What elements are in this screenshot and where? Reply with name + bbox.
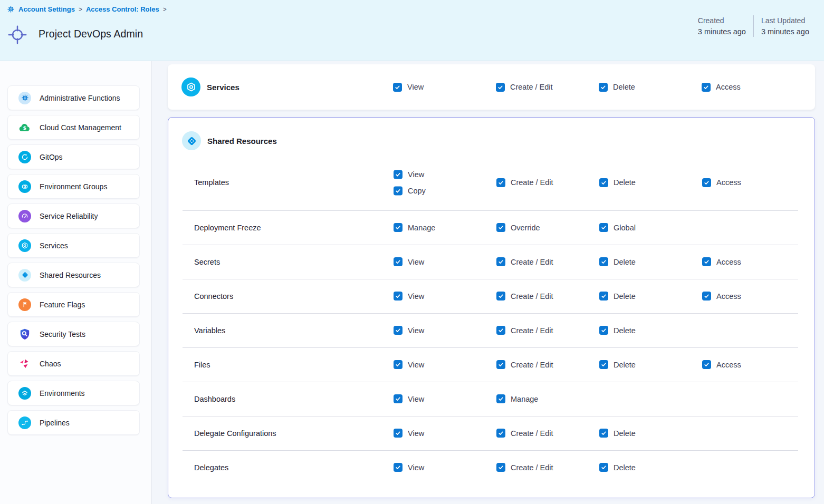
permission-cell: View (394, 256, 424, 268)
checkbox-label: Delete (614, 292, 636, 301)
permission-cell: Access (702, 81, 741, 93)
checkbox-view[interactable] (394, 360, 403, 369)
checkbox-delete[interactable] (599, 178, 608, 187)
sidebar-item-service-reliability[interactable]: Service Reliability (7, 203, 140, 228)
permission-cell: Manage (394, 222, 435, 234)
checkbox-label: Manage (408, 224, 435, 232)
sidebar-item-label: GitOps (40, 153, 63, 161)
checkbox-label: Delete (614, 463, 636, 472)
sidebar-item-chaos[interactable]: Chaos (7, 351, 140, 376)
checkbox-view[interactable] (393, 83, 402, 92)
checkbox-label: View (408, 292, 424, 301)
checkbox-create-edit[interactable] (496, 429, 505, 438)
permission-cell: View (394, 359, 424, 371)
sidebar-item-feature-flags[interactable]: Feature Flags (7, 292, 140, 317)
checkbox-override[interactable] (496, 223, 505, 232)
sidebar-item-environments[interactable]: Environments (7, 381, 140, 405)
permission-cell: View (394, 290, 424, 302)
checkbox-label: View (407, 83, 424, 91)
permission-cell: Create / Edit (496, 81, 553, 93)
checkbox-view[interactable] (394, 292, 403, 301)
permission-cell: View (394, 462, 424, 473)
meta-info: Created 3 minutes ago Last Updated 3 min… (691, 15, 817, 37)
checkbox-access[interactable] (702, 292, 711, 301)
checkbox-create-edit[interactable] (496, 326, 505, 335)
permission-cell: Delete (599, 462, 636, 473)
checkbox-delete[interactable] (599, 257, 608, 266)
checkbox-delete[interactable] (599, 463, 608, 472)
admin-functions-icon (18, 92, 31, 104)
created-meta: Created 3 minutes ago (691, 15, 753, 37)
permission-cell: Create / Edit (496, 290, 553, 302)
checkbox-view[interactable] (394, 463, 403, 472)
breadcrumb-link-account-settings[interactable]: Account Settings (18, 5, 75, 13)
checkbox-create-edit[interactable] (496, 257, 505, 266)
permission-cell: ViewCopy (394, 169, 426, 197)
checkbox-label: Delete (614, 429, 636, 438)
checkbox-label: Access (716, 361, 741, 369)
sidebar-item-label: Environment Groups (40, 182, 107, 191)
permission-cell: Access (702, 177, 741, 188)
sidebar-item-services[interactable]: Services (7, 233, 140, 258)
sidebar-item-administrative-functions[interactable]: Administrative Functions (7, 85, 140, 110)
page-header: Account Settings>Access Control: Roles> … (0, 0, 824, 61)
sidebar-item-cloud-cost-management[interactable]: $Cloud Cost Management (7, 115, 140, 140)
checkbox-view[interactable] (394, 326, 403, 335)
permission-cell: Override (496, 222, 540, 234)
checkbox-label: Access (716, 83, 741, 91)
checkbox-label: Create / Edit (511, 429, 553, 438)
sidebar-item-environment-groups[interactable]: Environment Groups (7, 174, 140, 199)
breadcrumb-link-access-control-roles[interactable]: Access Control: Roles (86, 5, 159, 13)
permission-cell: View (394, 325, 424, 336)
checkbox-manage[interactable] (496, 394, 505, 403)
checkbox-label: View (408, 326, 424, 335)
permission-row-secrets: SecretsViewCreate / EditDeleteAccess (168, 245, 815, 279)
checkbox-view[interactable] (394, 170, 403, 179)
checkbox-create-edit[interactable] (496, 360, 505, 369)
page-title: Project DevOps Admin (39, 28, 143, 40)
checkbox-access[interactable] (702, 83, 711, 92)
sidebar-item-label: Feature Flags (40, 301, 85, 309)
checkbox-delete[interactable] (599, 292, 608, 301)
checkbox-label: Delete (614, 326, 636, 335)
sidebar-item-gitops[interactable]: GitOps (7, 144, 140, 169)
checkbox-label: Manage (511, 395, 538, 403)
checkbox-manage[interactable] (394, 223, 403, 232)
sidebar-item-label: Service Reliability (40, 212, 98, 220)
checkbox-label: Delete (614, 361, 636, 369)
permission-cell: View (394, 393, 424, 405)
services-permission-row: Services ViewCreate / EditDeleteAccess (168, 64, 815, 110)
checkbox-view[interactable] (394, 394, 403, 403)
checkbox-delete[interactable] (599, 326, 608, 335)
checkbox-create-edit[interactable] (496, 178, 505, 187)
checkbox-delete[interactable] (599, 83, 608, 92)
checkbox-access[interactable] (702, 257, 711, 266)
checkbox-delete[interactable] (599, 429, 608, 438)
permission-cell: View (394, 428, 424, 439)
checkbox-label: Delete (613, 83, 635, 91)
checkbox-copy[interactable] (394, 186, 403, 195)
checkbox-view[interactable] (394, 257, 403, 266)
checkbox-label: Global (614, 224, 636, 232)
permission-row-files: FilesViewCreate / EditDeleteAccess (168, 347, 815, 382)
security-tests-icon (18, 328, 31, 341)
checkbox-access[interactable] (702, 178, 711, 187)
checkbox-view[interactable] (394, 429, 403, 438)
permission-cell: Create / Edit (496, 325, 553, 336)
checkbox-global[interactable] (599, 223, 608, 232)
svg-text:$: $ (23, 124, 26, 130)
checkbox-delete[interactable] (599, 360, 608, 369)
checkbox-create-edit[interactable] (496, 83, 505, 92)
sidebar-item-pipelines[interactable]: Pipelines (7, 410, 140, 435)
checkbox-access[interactable] (702, 360, 711, 369)
checkbox-create-edit[interactable] (496, 292, 505, 301)
permission-cell: Delete (599, 256, 636, 268)
sidebar-item-shared-resources[interactable]: Shared Resources (7, 263, 140, 287)
permission-row-delegate-configurations: Delegate ConfigurationsViewCreate / Edit… (168, 416, 815, 450)
sidebar-item-label: Pipelines (40, 419, 70, 427)
sidebar-item-security-tests[interactable]: Security Tests (7, 322, 140, 346)
permission-row-variables: VariablesViewCreate / EditDelete (168, 313, 815, 347)
resource-categories-sidebar: Administrative Functions$Cloud Cost Mana… (0, 61, 152, 504)
checkbox-create-edit[interactable] (496, 463, 505, 472)
permission-cell: Access (702, 290, 741, 302)
